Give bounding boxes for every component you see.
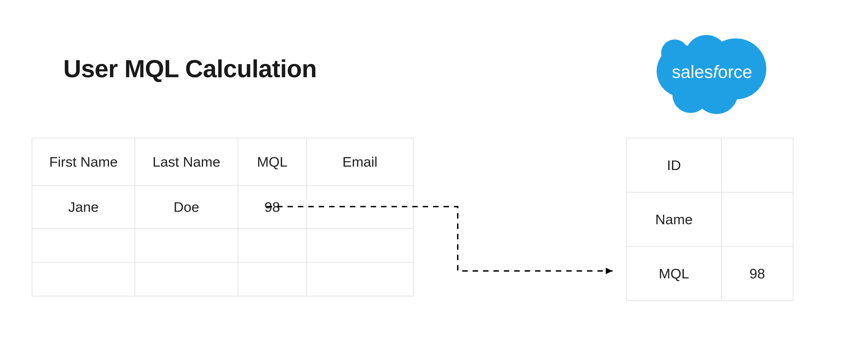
header-email: Email [307, 138, 413, 186]
cell-last-name [135, 228, 238, 262]
cell-last-name: Doe [135, 186, 238, 228]
header-mql: MQL [238, 138, 307, 186]
field-label-name: Name [627, 192, 721, 247]
header-last-name: Last Name [135, 138, 238, 186]
field-value-name [721, 192, 793, 247]
svg-marker-7 [606, 268, 613, 274]
svg-point-4 [673, 77, 709, 113]
table-row: ID [627, 138, 793, 192]
field-value-mql: 98 [721, 247, 793, 301]
diagram-canvas: User MQL Calculation salesforce First Na… [0, 0, 868, 352]
field-label-id: ID [627, 138, 721, 192]
diagram-title: User MQL Calculation [63, 54, 317, 83]
field-value-id [721, 138, 793, 192]
svg-text:salesforce: salesforce [672, 62, 752, 82]
cell-first-name [32, 228, 135, 262]
header-first-name: First Name [32, 138, 135, 186]
table-header-row: First Name Last Name MQL Email [32, 138, 413, 186]
cell-last-name [135, 262, 238, 296]
cell-first-name: Jane [32, 186, 135, 228]
table-row: MQL 98 [627, 247, 793, 301]
cell-first-name [32, 262, 135, 296]
connector-arrow [267, 199, 628, 289]
salesforce-record-table: ID Name MQL 98 [626, 138, 794, 301]
table-row: Name [627, 192, 793, 247]
salesforce-logo: salesforce [649, 27, 775, 117]
field-label-mql: MQL [627, 247, 721, 301]
